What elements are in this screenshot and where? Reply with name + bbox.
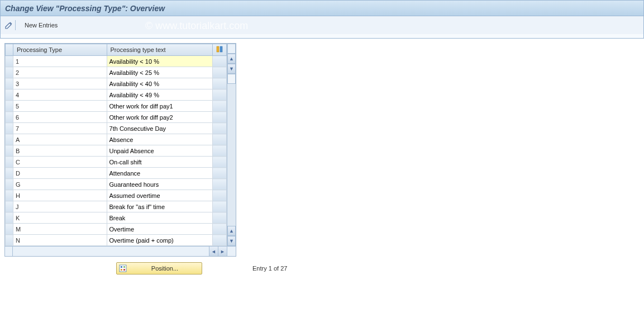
row-selector[interactable]: [6, 67, 13, 78]
row-selector[interactable]: [6, 123, 13, 134]
row-selector[interactable]: [6, 179, 13, 190]
cell-code[interactable]: H: [13, 190, 107, 201]
cell-code[interactable]: 4: [13, 89, 107, 101]
table-row[interactable]: NOvertime (paid + comp): [6, 235, 227, 246]
row-selector[interactable]: [6, 78, 13, 89]
cell-code[interactable]: 7: [13, 123, 107, 134]
cell-code[interactable]: 3: [13, 78, 107, 89]
cell-code[interactable]: C: [13, 157, 107, 168]
cell-code[interactable]: G: [13, 179, 107, 190]
row-selector[interactable]: [6, 212, 13, 224]
grid-header: Processing Type Processing type text: [6, 44, 227, 56]
position-button[interactable]: Position...: [116, 262, 202, 275]
cell-code[interactable]: 1: [13, 56, 107, 67]
table-row[interactable]: AAbsence: [6, 134, 227, 145]
row-selector[interactable]: [6, 145, 13, 157]
h-scroll-track[interactable]: [13, 247, 209, 256]
row-selector[interactable]: [6, 134, 13, 145]
table-row[interactable]: 77th Consecutive Day: [6, 123, 227, 134]
footer: Position... Entry 1 of 27: [116, 262, 644, 275]
table-row[interactable]: COn-call shift: [6, 157, 227, 168]
table-row[interactable]: 5Other work for diff pay1: [6, 101, 227, 112]
cell-code[interactable]: 5: [13, 101, 107, 112]
row-selector[interactable]: [6, 224, 13, 235]
vertical-scrollbar[interactable]: ▲ ▼ ▲ ▼: [227, 44, 236, 246]
toggle-edit-icon[interactable]: [4, 20, 14, 30]
row-selector[interactable]: [6, 56, 13, 67]
grid-body: 1Availability < 10 % 2Availability < 25 …: [6, 56, 227, 246]
table-row[interactable]: DAttendance: [6, 168, 227, 179]
configure-columns[interactable]: [212, 44, 226, 56]
cell-text[interactable]: Break: [107, 212, 212, 224]
scroll-down-icon[interactable]: ▼: [227, 236, 236, 246]
cell-text[interactable]: 7th Consecutive Day: [107, 123, 212, 134]
row-selector[interactable]: [6, 101, 13, 112]
cell-text[interactable]: Availability < 40 %: [107, 78, 212, 89]
table-row[interactable]: BUnpaid Absence: [6, 145, 227, 157]
cell-code[interactable]: D: [13, 168, 107, 179]
cell-code[interactable]: A: [13, 134, 107, 145]
cell-text[interactable]: Assumed overtime: [107, 190, 212, 201]
row-selector[interactable]: [6, 235, 13, 246]
horizontal-scrollbar[interactable]: ◄ ►: [5, 246, 236, 256]
cell-text[interactable]: Availability < 10 %: [107, 56, 212, 67]
cell-text[interactable]: Other work for diff pay1: [107, 101, 212, 112]
column-header-code[interactable]: Processing Type: [13, 44, 107, 56]
table-row[interactable]: JBreak for "as if" time: [6, 201, 227, 212]
cell-text[interactable]: Unpaid Absence: [107, 145, 212, 157]
cell-text[interactable]: On-call shift: [107, 157, 212, 168]
svg-rect-2: [120, 265, 126, 272]
page-title: Change View "Processing Type": Overview: [5, 4, 165, 13]
processing-type-table: Processing Type Processing type text 1Av…: [4, 43, 236, 257]
svg-rect-5: [121, 269, 122, 271]
svg-rect-1: [220, 46, 222, 52]
cell-text[interactable]: Absence: [107, 134, 212, 145]
table-row[interactable]: KBreak: [6, 212, 227, 224]
table-row[interactable]: GGuaranteed hours: [6, 179, 227, 190]
cell-text[interactable]: Other work for diff pay2: [107, 112, 212, 123]
position-button-label: Position...: [130, 265, 199, 272]
cell-text[interactable]: Availability < 25 %: [107, 67, 212, 78]
table-row[interactable]: 1Availability < 10 %: [6, 56, 227, 67]
table-row[interactable]: 3Availability < 40 %: [6, 78, 227, 89]
cell-code[interactable]: N: [13, 235, 107, 246]
cell-code[interactable]: 2: [13, 67, 107, 78]
row-selector[interactable]: [6, 112, 13, 123]
table-row[interactable]: 4Availability < 49 %: [6, 89, 227, 101]
new-entries-button[interactable]: New Entries: [21, 20, 61, 30]
scroll-up-icon[interactable]: ▲: [227, 54, 236, 64]
position-icon: [119, 264, 127, 272]
scroll-right-icon[interactable]: ►: [218, 247, 227, 256]
cell-code[interactable]: 6: [13, 112, 107, 123]
table-row[interactable]: 6Other work for diff pay2: [6, 112, 227, 123]
title-bar: Change View "Processing Type": Overview: [0, 0, 644, 16]
select-all-header[interactable]: [6, 44, 13, 56]
scroll-down-step-icon[interactable]: ▼: [227, 64, 236, 74]
cell-code[interactable]: K: [13, 212, 107, 224]
scroll-header-spacer: [227, 44, 236, 54]
cell-text[interactable]: Overtime (paid + comp): [107, 235, 212, 246]
scroll-up-step-icon[interactable]: ▲: [227, 226, 236, 236]
scroll-thumb[interactable]: [227, 74, 236, 84]
cell-text[interactable]: Guaranteed hours: [107, 179, 212, 190]
scroll-left-icon[interactable]: ◄: [209, 247, 218, 256]
cell-code[interactable]: M: [13, 224, 107, 235]
row-selector[interactable]: [6, 89, 13, 101]
row-selector[interactable]: [6, 157, 13, 168]
cell-text[interactable]: Availability < 49 %: [107, 89, 212, 101]
cell-code[interactable]: J: [13, 201, 107, 212]
cell-text[interactable]: Overtime: [107, 224, 212, 235]
table-row[interactable]: MOvertime: [6, 224, 227, 235]
table-row[interactable]: HAssumed overtime: [6, 190, 227, 201]
column-header-text[interactable]: Processing type text: [107, 44, 212, 56]
cell-text[interactable]: Attendance: [107, 168, 212, 179]
scroll-track[interactable]: [227, 84, 236, 226]
row-selector[interactable]: [6, 168, 13, 179]
entry-counter: Entry 1 of 27: [252, 265, 287, 272]
cell-code[interactable]: B: [13, 145, 107, 157]
svg-rect-0: [217, 46, 219, 52]
row-selector[interactable]: [6, 201, 13, 212]
table-row[interactable]: 2Availability < 25 %: [6, 67, 227, 78]
cell-text[interactable]: Break for "as if" time: [107, 201, 212, 212]
row-selector[interactable]: [6, 190, 13, 201]
